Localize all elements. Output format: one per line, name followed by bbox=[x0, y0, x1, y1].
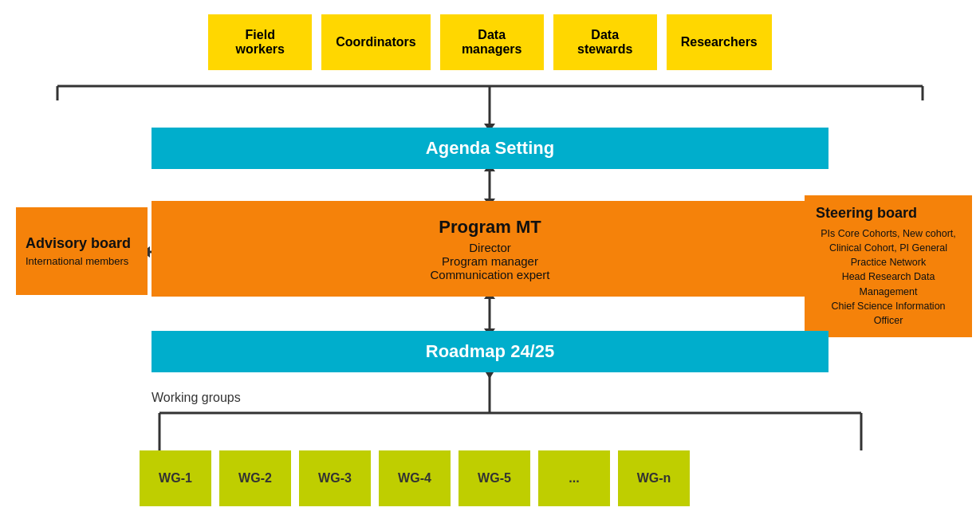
wg3-box: WG-3 bbox=[299, 450, 371, 506]
working-groups-label: Working groups bbox=[152, 391, 241, 405]
program-mt-title: Program MT bbox=[439, 217, 541, 238]
program-mt-box: Program MT Director Program manager Comm… bbox=[152, 201, 828, 297]
wg5-box: WG-5 bbox=[459, 450, 530, 506]
advisory-board-title: Advisory board bbox=[26, 235, 131, 253]
advisory-board-box: Advisory board International members bbox=[16, 207, 148, 295]
program-mt-line2: Program manager bbox=[442, 254, 538, 268]
coordinators-box: Coordinators bbox=[321, 14, 430, 70]
roadmap-box: Roadmap 24/25 bbox=[152, 331, 828, 372]
researchers-box: Researchers bbox=[667, 14, 772, 70]
wg-row: WG-1 WG-2 WG-3 WG-4 WG-5 ... WG-n bbox=[140, 450, 932, 506]
data-stewards-box: Datastewards bbox=[553, 14, 657, 70]
data-managers-box: Datamanagers bbox=[440, 14, 544, 70]
steering-board-text: PIs Core Cohorts, New cohort,Clinical Co… bbox=[816, 226, 961, 328]
wg-dots-box: ... bbox=[538, 450, 610, 506]
wg1-box: WG-1 bbox=[140, 450, 211, 506]
steering-board-box: Steering board PIs Core Cohorts, New coh… bbox=[805, 195, 972, 337]
diagram-container: Fieldworkers Coordinators Datamanagers D… bbox=[0, 0, 980, 523]
program-mt-line1: Director bbox=[469, 241, 511, 254]
top-row: Fieldworkers Coordinators Datamanagers D… bbox=[48, 14, 932, 70]
roadmap-label: Roadmap 24/25 bbox=[426, 341, 554, 362]
field-workers-box: Fieldworkers bbox=[208, 14, 312, 70]
agenda-setting-label: Agenda Setting bbox=[426, 138, 554, 159]
wg2-box: WG-2 bbox=[219, 450, 291, 506]
wgn-box: WG-n bbox=[618, 450, 690, 506]
steering-board-title: Steering board bbox=[816, 205, 961, 222]
program-mt-line3: Communication expert bbox=[430, 268, 549, 281]
agenda-setting-box: Agenda Setting bbox=[152, 128, 828, 169]
wg4-box: WG-4 bbox=[379, 450, 451, 506]
advisory-board-subtitle: International members bbox=[26, 255, 128, 267]
